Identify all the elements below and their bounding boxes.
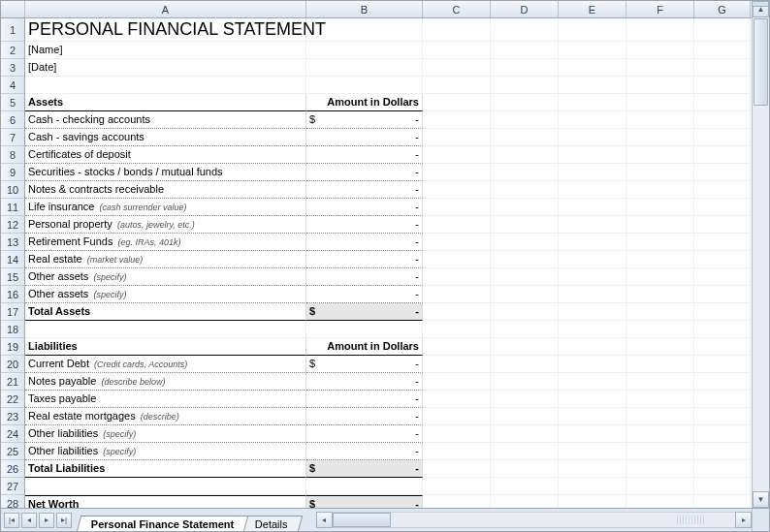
tab-nav-first-icon[interactable]: |◂	[4, 513, 19, 528]
vertical-split-handle[interactable]	[752, 1, 769, 7]
cell-empty[interactable]	[559, 443, 626, 460]
cell-B10-asset-value[interactable]: -	[306, 181, 423, 199]
cell-empty[interactable]	[626, 234, 694, 251]
cell-E19[interactable]	[559, 338, 626, 356]
cell-A13-asset-label[interactable]: Retirement Funds (eg. IRAs, 401k)	[25, 234, 306, 251]
cell-empty[interactable]	[491, 356, 559, 373]
row-header-20[interactable]: 20	[1, 356, 24, 373]
cell-A17-total-assets[interactable]: Total Assets	[25, 303, 306, 321]
row-header-22[interactable]: 22	[1, 391, 24, 408]
column-header-D[interactable]: D	[491, 1, 559, 17]
cell-empty[interactable]	[491, 251, 559, 268]
cell-D28[interactable]	[491, 495, 559, 508]
cell-B5-amount-header[interactable]: Amount in Dollars	[306, 94, 423, 111]
cell-A11-asset-label[interactable]: Life insurance (cash surrender value)	[25, 199, 306, 216]
cell-E17[interactable]	[559, 303, 626, 321]
cell-empty[interactable]	[694, 373, 751, 391]
cell-empty[interactable]	[626, 146, 694, 164]
scroll-right-button[interactable]: ▸	[735, 512, 752, 528]
cell-B16-asset-value[interactable]: -	[306, 286, 423, 303]
cell-G27[interactable]	[694, 478, 751, 495]
cell-C2[interactable]	[423, 42, 491, 59]
vertical-scrollbar[interactable]: ▲ ▼	[752, 1, 769, 508]
cell-empty[interactable]	[491, 216, 559, 234]
cell-empty[interactable]	[423, 199, 491, 216]
row-header-18[interactable]: 18	[1, 321, 24, 338]
cell-empty[interactable]	[694, 408, 751, 425]
cell-empty[interactable]	[559, 425, 626, 443]
cell-empty[interactable]	[491, 129, 559, 146]
cell-B2[interactable]	[306, 42, 423, 59]
cell-A16-asset-label[interactable]: Other assets (specify)	[25, 286, 306, 303]
cell-B18[interactable]	[306, 321, 423, 338]
column-header-F[interactable]: F	[626, 1, 694, 17]
select-all-corner[interactable]	[1, 1, 25, 17]
row-header-8[interactable]: 8	[1, 146, 24, 164]
cell-B21-liability-value[interactable]: -	[306, 373, 423, 391]
cell-E27[interactable]	[559, 478, 626, 495]
cell-E28[interactable]	[559, 495, 626, 508]
cell-G19[interactable]	[694, 338, 751, 356]
tab-nav-next-icon[interactable]: ▸	[39, 513, 54, 528]
cell-empty[interactable]	[626, 181, 694, 199]
cell-B13-asset-value[interactable]: -	[306, 234, 423, 251]
cell-F18[interactable]	[626, 321, 694, 338]
cell-D1[interactable]	[491, 18, 559, 42]
cell-E2[interactable]	[559, 42, 626, 59]
sheet-tab-personal-finance[interactable]: Personal Finance Statement	[77, 516, 249, 532]
cell-empty[interactable]	[559, 286, 626, 303]
cell-G5[interactable]	[694, 94, 751, 111]
cell-B19-amount-header[interactable]: Amount in Dollars	[306, 338, 423, 356]
cell-E18[interactable]	[559, 321, 626, 338]
cell-A3-date[interactable]: [Date]	[25, 59, 306, 77]
cell-B1[interactable]	[306, 18, 423, 42]
cell-C1[interactable]	[423, 18, 491, 42]
cell-C19[interactable]	[423, 338, 491, 356]
cell-empty[interactable]	[491, 268, 559, 286]
cell-empty[interactable]	[626, 286, 694, 303]
cell-B3[interactable]	[306, 59, 423, 77]
cell-C27[interactable]	[423, 478, 491, 495]
cell-empty[interactable]	[423, 164, 491, 181]
cell-A24-liability-label[interactable]: Other liabilities (specify)	[25, 425, 306, 443]
cell-empty[interactable]	[626, 216, 694, 234]
row-header-13[interactable]: 13	[1, 234, 24, 251]
cell-empty[interactable]	[559, 181, 626, 199]
cell-B23-liability-value[interactable]: -	[306, 408, 423, 425]
cell-G28[interactable]	[694, 495, 751, 508]
column-header-A[interactable]: A	[25, 1, 306, 17]
cell-empty[interactable]	[423, 111, 491, 129]
row-header-28[interactable]: 28	[1, 495, 24, 508]
cell-F27[interactable]	[626, 478, 694, 495]
scroll-left-button[interactable]: ◂	[316, 512, 333, 528]
cell-empty[interactable]	[694, 268, 751, 286]
cell-E4[interactable]	[559, 77, 626, 94]
cell-empty[interactable]	[423, 251, 491, 268]
cell-F28[interactable]	[626, 495, 694, 508]
row-header-10[interactable]: 10	[1, 181, 24, 199]
cell-B17-total-assets-value[interactable]: $-	[306, 303, 423, 321]
cell-empty[interactable]	[694, 146, 751, 164]
cell-A22-liability-label[interactable]: Taxes payable	[25, 391, 306, 408]
cell-empty[interactable]	[626, 356, 694, 373]
cell-D26[interactable]	[491, 460, 559, 478]
tab-nav-prev-icon[interactable]: ◂	[21, 513, 37, 528]
cell-A21-liability-label[interactable]: Notes payable (describe below)	[25, 373, 306, 391]
cell-empty[interactable]	[694, 443, 751, 460]
cell-empty[interactable]	[491, 391, 559, 408]
column-header-G[interactable]: G	[694, 1, 751, 17]
row-header-17[interactable]: 17	[1, 303, 24, 321]
cell-B8-asset-value[interactable]: -	[306, 146, 423, 164]
cell-empty[interactable]	[559, 129, 626, 146]
cell-empty[interactable]	[694, 251, 751, 268]
row-header-25[interactable]: 25	[1, 443, 24, 460]
cell-A7-asset-label[interactable]: Cash - savings accounts	[25, 129, 306, 146]
cell-empty[interactable]	[626, 268, 694, 286]
cell-C3[interactable]	[423, 59, 491, 77]
cell-empty[interactable]	[423, 356, 491, 373]
cell-A19-liabilities-header[interactable]: Liabilities	[25, 338, 306, 356]
cell-A9-asset-label[interactable]: Securities - stocks / bonds / mutual fun…	[25, 164, 306, 181]
cell-empty[interactable]	[423, 268, 491, 286]
cell-empty[interactable]	[559, 391, 626, 408]
sheet-tab-details[interactable]: Details	[241, 516, 303, 532]
